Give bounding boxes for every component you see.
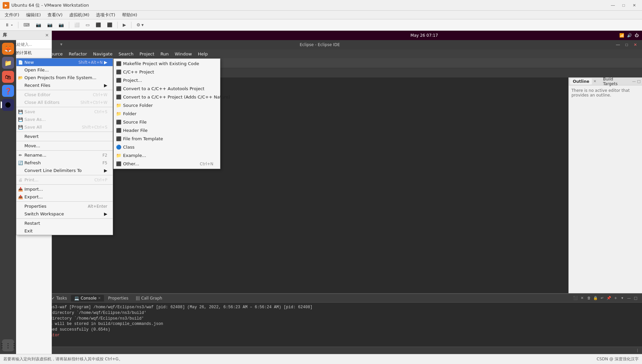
send-ctrl-alt-del-button[interactable]: ⌨ — [21, 21, 32, 29]
view-auto-button[interactable]: ⬛ — [93, 21, 103, 29]
menu-refresh[interactable]: 🔄 Refresh F5 — [16, 159, 113, 167]
word-wrap-btn[interactable]: ↵ — [599, 295, 605, 301]
submenu-project[interactable]: ⬛ Project... — [114, 76, 220, 84]
dock-eclipse[interactable]: 🌑 — [2, 99, 14, 111]
call-graph-icon: ||| — [136, 296, 140, 301]
close-button[interactable]: ✕ — [629, 2, 639, 9]
eclipse-menu-window[interactable]: Window — [172, 50, 195, 57]
menu-restart[interactable]: Restart — [16, 219, 113, 227]
restore-button[interactable]: □ — [619, 2, 629, 9]
pin-console-btn[interactable]: 📌 — [606, 295, 612, 301]
view-full-button[interactable]: ⬜ — [72, 21, 82, 29]
console-button[interactable]: ▶ — [120, 21, 128, 29]
submenu-other[interactable]: ⬛ Other... Ctrl+N — [114, 160, 220, 168]
cpp-project-label: C/C++ Project — [123, 69, 154, 74]
vmware-menu-help[interactable]: 帮助(H) — [119, 11, 141, 19]
eclipse-restore-btn[interactable]: □ — [623, 41, 631, 48]
eclipse-window-controls: — □ ✕ — [614, 41, 639, 48]
menu-exit[interactable]: Exit — [16, 227, 113, 235]
eclipse-menu-refactor[interactable]: Refactor — [66, 50, 90, 57]
view-stretch-button[interactable]: ⬛ — [105, 21, 115, 29]
clear-btn[interactable]: 🗑 — [586, 295, 592, 301]
save-as-icon: 💾 — [18, 117, 23, 122]
eclipse-close-btn[interactable]: ✕ — [631, 41, 639, 48]
eclipse-menu-project[interactable]: Project — [137, 50, 157, 57]
outline-tab[interactable]: Outline — [570, 78, 592, 84]
minimize-button[interactable]: — — [608, 2, 618, 9]
menu-recent-files[interactable]: Recent Files ▶ — [16, 81, 113, 89]
vmware-menu-edit[interactable]: 编辑(E) — [23, 11, 44, 19]
dock-apps[interactable]: ⋮⋮⋮ — [2, 339, 14, 351]
submenu-example[interactable]: 📁 Example... — [114, 151, 220, 160]
submenu-cpp-project[interactable]: ⬛ C/C++ Project — [114, 68, 220, 76]
exit-label: Exit — [24, 228, 33, 233]
outline-close-icon[interactable]: ✕ — [593, 79, 596, 83]
menu-revert[interactable]: Revert — [16, 133, 113, 140]
properties-tab[interactable]: Properties — [105, 295, 132, 302]
dock-help[interactable]: ❓ — [2, 85, 14, 97]
submenu-file-from-template[interactable]: ⬛ File from Template — [114, 135, 220, 143]
vmware-menu-file[interactable]: 文件(F) — [1, 11, 23, 19]
console-close-btn[interactable]: ✕ — [98, 296, 101, 300]
menu-close-all-editors: Close All Editors Shift+Ctrl+W — [16, 99, 113, 106]
snapshot-button[interactable]: 📷 — [33, 21, 43, 29]
open-projects-icon: 📂 — [18, 75, 23, 80]
console-label: Console — [81, 296, 97, 301]
dock-appstore[interactable]: 🛍 — [2, 71, 14, 83]
eclipse-menu-search[interactable]: Search — [116, 50, 136, 57]
right-panel-minimize[interactable]: — — [632, 79, 636, 83]
vmware-menu-tabs[interactable]: 选项卡(T) — [93, 11, 118, 19]
new-submenu: ⬛ Makefile Project with Existing Code ⬛ … — [113, 58, 220, 169]
submenu-makefile[interactable]: ⬛ Makefile Project with Existing Code — [114, 59, 220, 68]
eclipse-menu-run[interactable]: Run — [158, 50, 172, 57]
submenu-source-folder[interactable]: 📁 Source Folder — [114, 101, 220, 110]
menu-import[interactable]: 📥 Import... — [16, 185, 113, 193]
submenu-class[interactable]: 🔵 Class — [114, 143, 220, 151]
eclipse-window: 🌑 Eclipse - Eclipse IDE — □ ✕ File Edit … — [16, 40, 642, 354]
submenu-convert-autotools[interactable]: ⬛ Convert to a C/C++ Autotools Project — [114, 84, 220, 93]
vmware-menu-view[interactable]: 查看(V) — [44, 11, 66, 19]
scroll-lock-btn[interactable]: 🔒 — [593, 295, 599, 301]
submenu-folder[interactable]: 📁 Folder — [114, 110, 220, 118]
menu-open-file[interactable]: Open File... — [16, 66, 113, 74]
menu-rename[interactable]: ✏ Rename... F2 — [16, 151, 113, 159]
library-search-input[interactable] — [9, 42, 59, 47]
menu-open-projects[interactable]: 📂 Open Projects from File System... — [16, 74, 113, 81]
new-console-btn[interactable]: + — [613, 295, 619, 301]
other-shortcut: Ctrl+N — [200, 162, 216, 166]
submenu-header-file[interactable]: ⬛ Header File — [114, 126, 220, 135]
snapshot2-button[interactable]: 📷 — [45, 21, 55, 29]
search-dropdown-icon[interactable]: ▾ — [60, 42, 63, 47]
pause-button[interactable]: ⏸ ▾ — [3, 21, 15, 29]
settings-button[interactable]: ⚙ ▾ — [134, 21, 146, 29]
right-panel-maximize[interactable]: □ — [637, 79, 641, 83]
dock-files[interactable]: 📁 — [2, 57, 14, 69]
menu-move[interactable]: Move... — [16, 142, 113, 150]
view-unity-button[interactable]: ▭ — [83, 21, 92, 29]
submenu-convert-nature[interactable]: ⬛ Convert to a C/C++ Project (Adds C/C++… — [114, 93, 220, 101]
eclipse-menu-navigate[interactable]: Navigate — [90, 50, 115, 57]
menu-convert-line[interactable]: Convert Line Delimiters To ▶ — [16, 167, 113, 174]
bottom-tabs: ⚠ Problems ✓ Tasks 💻 Console ✕ — [16, 294, 642, 303]
disconnect-btn[interactable]: ✕ — [579, 295, 585, 301]
dock-firefox[interactable]: 🦊 — [2, 43, 14, 55]
minimize-panel-btn[interactable]: — — [626, 295, 632, 301]
eclipse-menu-help[interactable]: Help — [195, 50, 211, 57]
console-tab[interactable]: 💻 Console ✕ — [71, 295, 104, 302]
snapshot3-button[interactable]: 📷 — [56, 21, 66, 29]
stop-btn[interactable]: ⬛ — [572, 295, 578, 301]
save-as-label: Save As... — [24, 117, 46, 122]
maximize-panel-btn[interactable]: □ — [633, 295, 639, 301]
library-close-icon[interactable]: ✕ — [45, 33, 49, 38]
call-graph-tab[interactable]: ||| Call Graph — [132, 295, 166, 302]
open-console-btn[interactable]: ▾ — [619, 295, 625, 301]
menu-export[interactable]: 📤 Export... — [16, 193, 113, 201]
eclipse-minimize-btn[interactable]: — — [614, 41, 622, 48]
vmware-menu-vm[interactable]: 虚拟机(M) — [66, 11, 93, 19]
submenu-source-file[interactable]: ⬛ Source File — [114, 118, 220, 126]
menu-properties[interactable]: Properties Alt+Enter — [16, 202, 113, 210]
menu-new[interactable]: 📄 New Shift+Alt+N ▶ — [16, 58, 113, 66]
menu-switch-workspace[interactable]: Switch Workspace ▶ — [16, 210, 113, 218]
save-icon: 💾 — [18, 109, 23, 115]
vmware-titlebar: ▶ Ubuntu 64 位 - VMware Workstation — □ ✕ — [0, 0, 642, 11]
